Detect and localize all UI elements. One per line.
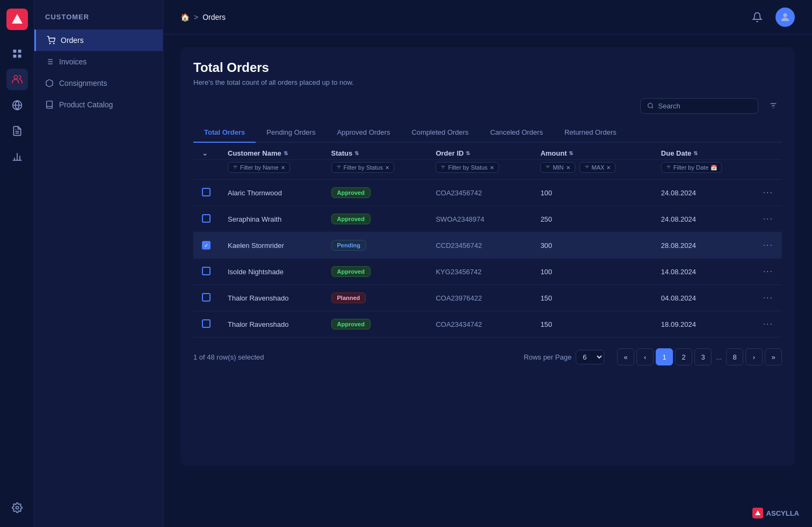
user-avatar[interactable] bbox=[775, 8, 795, 27]
page-8-btn[interactable]: 8 bbox=[726, 348, 743, 365]
sort-order-icon[interactable]: ⇅ bbox=[466, 150, 470, 156]
invoice-icon bbox=[45, 57, 54, 66]
search-box[interactable] bbox=[640, 98, 758, 114]
amount-filters: MIN ✕ MAX ✕ bbox=[540, 162, 643, 173]
row-status: Planned bbox=[323, 285, 427, 311]
page-prev-btn[interactable]: ‹ bbox=[636, 348, 654, 365]
row-customer-name: Isolde Nightshade bbox=[219, 259, 323, 285]
page-3-btn[interactable]: 3 bbox=[694, 348, 712, 365]
table-body: Alaric Thornwood Approved COA23456742 10… bbox=[193, 180, 782, 338]
sidebar-item-invoices[interactable]: Invoices bbox=[34, 51, 163, 72]
table-row: Alaric Thornwood Approved COA23456742 10… bbox=[193, 180, 782, 206]
rows-per-page-select[interactable]: 6 10 20 bbox=[576, 350, 604, 364]
icon-globe[interactable] bbox=[6, 94, 28, 116]
calendar-icon[interactable]: 📅 bbox=[711, 165, 717, 171]
sidebar-item-orders[interactable]: Orders bbox=[34, 30, 163, 51]
filter-date-pill[interactable]: Filter by Date 📅 bbox=[661, 162, 722, 173]
table-row: Seraphina Wraith Approved SWOA2348974 25… bbox=[193, 206, 782, 232]
page-1-btn[interactable]: 1 bbox=[656, 348, 673, 365]
sidebar-icon-rail bbox=[0, 0, 34, 527]
filter-status2-label: Filter by Status bbox=[448, 164, 487, 171]
sidebar-item-product-catalog[interactable]: Product Catalog bbox=[34, 94, 163, 115]
filter-name-pill[interactable]: Filter by Name ✕ bbox=[228, 162, 290, 173]
filter-status2-clear[interactable]: ✕ bbox=[490, 165, 494, 171]
filter-status1-pill[interactable]: Filter by Status ✕ bbox=[331, 162, 394, 173]
filter-min-label: MIN bbox=[553, 164, 563, 171]
topbar: 🏠 > Orders bbox=[163, 0, 812, 34]
col-order-id: Order ID bbox=[436, 149, 463, 157]
row-checkbox-5[interactable] bbox=[202, 319, 211, 328]
icon-settings[interactable] bbox=[6, 497, 28, 518]
rows-per-page-label: Rows per Page bbox=[524, 353, 571, 361]
row-due-date: 18.09.2024 bbox=[653, 311, 755, 338]
icon-grid[interactable] bbox=[6, 43, 28, 64]
tab-returned-orders[interactable]: Returned Orders bbox=[554, 123, 627, 143]
tab-total-orders[interactable]: Total Orders bbox=[193, 123, 256, 143]
icon-document[interactable] bbox=[6, 120, 28, 142]
row-status: Approved bbox=[323, 259, 427, 285]
main-content: 🏠 > Orders Total Orders Here's the total… bbox=[163, 0, 812, 527]
search-input[interactable] bbox=[658, 102, 751, 110]
filter-status1-clear[interactable]: ✕ bbox=[385, 165, 389, 171]
row-customer-name: Thalor Ravenshado bbox=[219, 285, 323, 311]
row-more-btn[interactable]: ··· bbox=[763, 293, 773, 302]
home-icon[interactable]: 🏠 bbox=[180, 13, 190, 21]
row-customer-name: Kaelen Stormrider bbox=[219, 232, 323, 259]
row-more-btn[interactable]: ··· bbox=[763, 240, 773, 250]
filter-date-label: Filter by Date bbox=[673, 164, 708, 171]
row-customer-name: Alaric Thornwood bbox=[219, 180, 323, 206]
orders-table: ⌄ Customer Name ⇅ bbox=[193, 143, 782, 338]
row-more-btn[interactable]: ··· bbox=[763, 214, 773, 223]
row-checkbox-0[interactable] bbox=[202, 188, 211, 196]
filter-max-clear[interactable]: ✕ bbox=[606, 165, 611, 171]
collapse-icon[interactable]: ⌄ bbox=[202, 149, 208, 157]
row-more-btn[interactable]: ··· bbox=[763, 267, 773, 276]
brand-logo[interactable] bbox=[6, 9, 28, 30]
page-last-btn[interactable]: » bbox=[765, 348, 782, 365]
filter-min-pill[interactable]: MIN ✕ bbox=[540, 162, 575, 173]
sidebar-nav: CUSTOMER Orders Invoices Consignments Pr… bbox=[34, 0, 163, 527]
rows-selected-label: 1 of 48 row(s) selected bbox=[193, 353, 264, 361]
sidebar-item-consignments[interactable]: Consignments bbox=[34, 72, 163, 94]
tab-approved-orders[interactable]: Approved Orders bbox=[326, 123, 401, 143]
sort-status-icon[interactable]: ⇅ bbox=[354, 150, 359, 156]
row-checkbox-3[interactable] bbox=[202, 267, 211, 275]
sort-amount-icon[interactable]: ⇅ bbox=[569, 150, 573, 156]
invoices-label: Invoices bbox=[59, 57, 86, 66]
filter-min-clear[interactable]: ✕ bbox=[566, 165, 570, 171]
page-content: Total Orders Here's the total count of a… bbox=[163, 34, 812, 527]
brand-logo-mini bbox=[752, 508, 763, 518]
table-row: Thalor Ravenshado Planned COA23976422 15… bbox=[193, 285, 782, 311]
icon-chart[interactable] bbox=[6, 146, 28, 167]
tab-canceled-orders[interactable]: Canceled Orders bbox=[480, 123, 554, 143]
row-due-date: 24.08.2024 bbox=[653, 180, 755, 206]
page-next-btn[interactable]: › bbox=[745, 348, 763, 365]
sort-date-icon[interactable]: ⇅ bbox=[693, 150, 698, 156]
row-amount: 100 bbox=[532, 259, 652, 285]
filter-button[interactable] bbox=[765, 97, 782, 114]
rows-per-page: Rows per Page 6 10 20 bbox=[524, 350, 604, 364]
svg-line-24 bbox=[652, 107, 653, 108]
filter-status2-pill[interactable]: Filter by Status ✕ bbox=[436, 162, 498, 173]
filter-max-pill[interactable]: MAX ✕ bbox=[579, 162, 616, 173]
row-more-btn[interactable]: ··· bbox=[763, 188, 773, 197]
consignments-label: Consignments bbox=[59, 79, 107, 87]
row-checkbox-2[interactable] bbox=[202, 241, 211, 250]
row-checkbox-1[interactable] bbox=[202, 214, 211, 223]
svg-marker-44 bbox=[755, 510, 760, 515]
breadcrumb-current: Orders bbox=[202, 13, 226, 21]
icon-users[interactable] bbox=[6, 69, 28, 90]
row-status: Approved bbox=[323, 180, 427, 206]
filter-name-clear[interactable]: ✕ bbox=[281, 165, 285, 171]
tab-pending-orders[interactable]: Pending Orders bbox=[256, 123, 326, 143]
notification-icon[interactable] bbox=[748, 8, 767, 27]
page-first-btn[interactable]: « bbox=[617, 348, 634, 365]
order-tabs: Total Orders Pending Orders Approved Ord… bbox=[193, 123, 782, 143]
svg-rect-3 bbox=[13, 55, 16, 58]
row-more-btn[interactable]: ··· bbox=[763, 319, 773, 328]
filter-max-label: MAX bbox=[592, 164, 605, 171]
page-2-btn[interactable]: 2 bbox=[675, 348, 692, 365]
row-checkbox-4[interactable] bbox=[202, 293, 211, 302]
sort-customer-icon[interactable]: ⇅ bbox=[284, 150, 288, 156]
tab-completed-orders[interactable]: Completed Orders bbox=[401, 123, 479, 143]
